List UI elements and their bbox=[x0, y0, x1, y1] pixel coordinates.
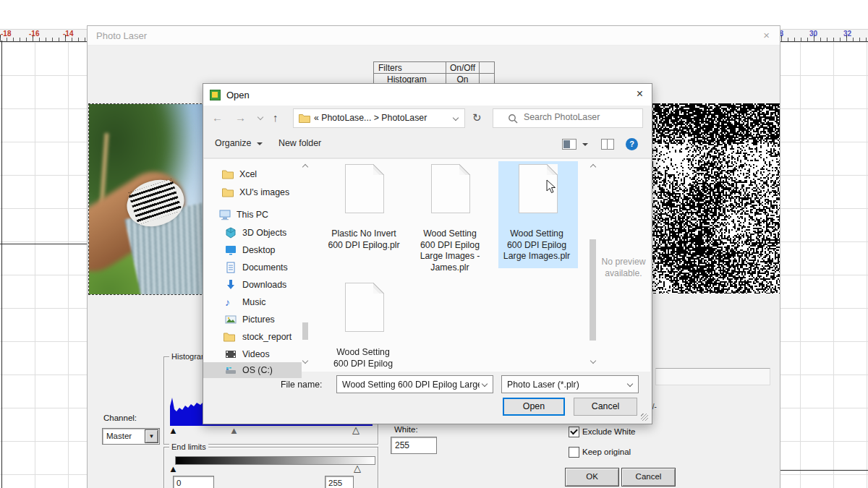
organize-menu[interactable]: Organize bbox=[215, 138, 251, 148]
sidebar-item-os-c[interactable]: OS (C:) bbox=[203, 362, 302, 378]
end-limit-slider-high[interactable]: △ bbox=[354, 463, 361, 473]
right-panel-input[interactable] bbox=[655, 368, 770, 385]
open-button[interactable]: Open bbox=[503, 398, 565, 416]
ruler-label: -18 bbox=[1, 30, 11, 38]
end-limit-low-field[interactable]: 0 bbox=[173, 476, 214, 488]
address-bar[interactable]: « PhotoLase... > PhotoLaser bbox=[293, 108, 465, 128]
sidebar-item-downloads[interactable]: Downloads bbox=[203, 277, 300, 293]
file-item-label[interactable]: Wood Setting 600 DPI Epilog Large Images… bbox=[407, 228, 493, 273]
file-type-value: Photo Laser (*.plr) bbox=[507, 380, 579, 390]
drive-icon bbox=[225, 364, 237, 376]
up-icon[interactable]: ↑ bbox=[273, 111, 278, 124]
exclude-white-checkbox[interactable] bbox=[569, 427, 579, 437]
search-input[interactable] bbox=[522, 111, 638, 123]
chevron-down-icon[interactable] bbox=[482, 381, 488, 387]
close-icon[interactable]: × bbox=[637, 87, 643, 100]
download-arrow-icon bbox=[225, 279, 237, 291]
filters-table: Filters On/Off Histogram On bbox=[373, 61, 495, 86]
search-icon bbox=[508, 114, 518, 124]
ruler-label: 32 bbox=[843, 30, 851, 38]
picture-icon bbox=[225, 314, 237, 325]
open-dialog: Open × ← → ↑ « PhotoLase... > PhotoLaser… bbox=[203, 83, 652, 424]
ok-button[interactable]: OK bbox=[565, 468, 619, 487]
folder-icon bbox=[299, 114, 310, 123]
sidebar-item-pictures[interactable]: Pictures bbox=[203, 312, 300, 328]
sidebar-item-stock-report[interactable]: stock_report bbox=[203, 329, 300, 345]
plr-file-icon[interactable] bbox=[345, 164, 384, 213]
search-box[interactable] bbox=[493, 108, 643, 128]
mouse-cursor bbox=[546, 179, 556, 194]
end-limit-high-field[interactable]: 255 bbox=[325, 476, 354, 488]
ruler-label: -16 bbox=[29, 30, 39, 38]
refresh-icon[interactable]: ↻ bbox=[472, 111, 482, 124]
file-name-combobox[interactable]: Wood Setting 600 DPI Epilog Large In bbox=[336, 375, 493, 393]
end-limits-gradient-bar bbox=[175, 456, 375, 465]
plr-file-icon[interactable] bbox=[431, 164, 470, 213]
film-icon bbox=[225, 348, 237, 360]
end-limit-high-value: 255 bbox=[328, 479, 342, 487]
exclude-white-label: Exclude White bbox=[582, 427, 636, 436]
page-edge-line bbox=[0, 244, 87, 244]
file-item-label-selected[interactable]: Wood Setting 600 DPI Epilog Large Images… bbox=[493, 228, 580, 262]
open-dialog-title: Open bbox=[226, 90, 250, 100]
new-folder-button[interactable]: New folder bbox=[278, 138, 321, 148]
histogram-slider-mid[interactable]: ▲ bbox=[229, 426, 239, 435]
sidebar-item-this-pc[interactable]: This PC bbox=[203, 207, 300, 223]
folder-icon bbox=[222, 168, 234, 180]
photo-laser-titlebar[interactable]: Photo Laser × bbox=[88, 26, 780, 46]
histogram-slider-high[interactable]: △ bbox=[352, 425, 359, 435]
original-photo-preview[interactable] bbox=[88, 103, 213, 295]
desktop-icon bbox=[225, 244, 237, 256]
address-chevron-icon[interactable] bbox=[453, 115, 459, 121]
help-icon[interactable]: ? bbox=[626, 138, 638, 150]
sidebar-item-documents[interactable]: Documents bbox=[203, 260, 300, 275]
back-icon[interactable]: ← bbox=[212, 111, 223, 124]
file-type-combobox[interactable]: Photo Laser (*.plr) bbox=[501, 375, 639, 393]
channel-label: Channel: bbox=[103, 414, 137, 422]
dithered-preview-image[interactable] bbox=[644, 103, 780, 294]
histogram-slider-low[interactable]: ▲ bbox=[169, 426, 178, 435]
sidebar-scrollbar-thumb[interactable] bbox=[302, 322, 308, 340]
recent-locations-chevron-icon[interactable] bbox=[258, 114, 263, 120]
cancel-button[interactable]: Cancel bbox=[621, 468, 676, 487]
resize-grip[interactable] bbox=[641, 414, 648, 421]
sidebar-item-xcel[interactable]: Xcel bbox=[203, 166, 300, 182]
chevron-down-icon[interactable] bbox=[627, 381, 633, 387]
document-icon bbox=[225, 262, 237, 273]
preview-pane-icon[interactable] bbox=[601, 139, 614, 150]
file-item-label[interactable]: Wood Setting 600 DPI Epilog bbox=[320, 347, 407, 369]
photo-laser-title: Photo Laser bbox=[96, 30, 147, 41]
file-name-label: File name: bbox=[281, 380, 322, 390]
file-name-value: Wood Setting 600 DPI Epilog Large In bbox=[342, 380, 480, 390]
ruler-label: 30 bbox=[809, 30, 817, 38]
sidebar-item-videos[interactable]: Videos bbox=[203, 346, 300, 362]
plr-file-icon[interactable] bbox=[345, 283, 384, 332]
3d-cube-icon bbox=[225, 227, 237, 239]
photolaser-app-icon bbox=[210, 90, 221, 100]
breadcrumb-current[interactable]: PhotoLaser bbox=[381, 113, 427, 123]
white-field[interactable]: 255 bbox=[391, 437, 437, 454]
close-icon[interactable]: × bbox=[763, 29, 770, 41]
sidebar-item-desktop[interactable]: Desktop bbox=[203, 242, 300, 258]
ruler-label: -14 bbox=[63, 30, 73, 38]
chevron-down-icon[interactable]: ▼ bbox=[145, 429, 158, 443]
end-limit-slider-low[interactable]: ▲ bbox=[169, 464, 178, 474]
view-mode-icon[interactable] bbox=[562, 139, 576, 150]
keep-original-checkbox[interactable] bbox=[569, 447, 579, 458]
breadcrumb-parent[interactable]: PhotoLase... bbox=[321, 113, 371, 123]
sidebar-item-music[interactable]: ♪ Music bbox=[203, 294, 300, 310]
forward-icon[interactable]: → bbox=[235, 111, 246, 124]
empty-column-header bbox=[480, 62, 494, 74]
filelist-scrollbar-thumb[interactable] bbox=[590, 239, 596, 341]
open-dialog-titlebar[interactable]: Open × bbox=[203, 84, 652, 106]
white-label: White: bbox=[394, 425, 418, 434]
sidebar-item-xus-images[interactable]: XU's images bbox=[203, 184, 300, 200]
channel-dropdown[interactable]: Master ▼ bbox=[102, 428, 160, 445]
dialog-cancel-button[interactable]: Cancel bbox=[574, 398, 637, 416]
organize-chevron-icon bbox=[257, 142, 263, 145]
sidebar-item-3d-objects[interactable]: 3D Objects bbox=[203, 225, 300, 241]
page-edge-line bbox=[1, 40, 2, 488]
file-item-label[interactable]: Plastic No Invert 600 DPI Epilog.plr bbox=[320, 228, 407, 251]
end-limits-group-label: End limits bbox=[169, 442, 208, 451]
view-mode-chevron-icon[interactable] bbox=[582, 143, 588, 146]
